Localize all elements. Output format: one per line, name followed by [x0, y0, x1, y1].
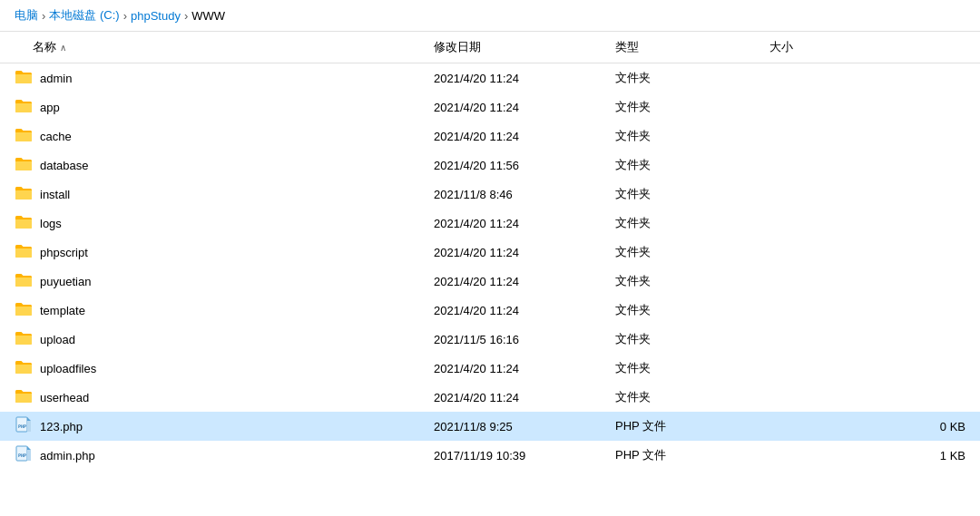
svg-text:PHP: PHP [18, 453, 26, 458]
file-date: 2021/4/20 11:24 [426, 246, 608, 259]
breadcrumb: 电脑 › 本地磁盘 (C:) › phpStudy › WWW [0, 0, 980, 32]
table-row[interactable]: phpscript 2021/4/20 11:24 文件夹 [0, 238, 980, 267]
table-row[interactable]: upload 2021/11/5 16:16 文件夹 [0, 325, 980, 354]
file-name: puyuetian [40, 275, 91, 288]
file-size: 1 KB [762, 449, 980, 462]
folder-icon [15, 69, 33, 88]
table-row[interactable]: PHP 123.php 2021/11/8 9:25 PHP 文件 0 KB [0, 412, 980, 441]
file-name: phpscript [40, 246, 88, 259]
file-date: 2021/4/20 11:24 [426, 72, 608, 85]
file-name: logs [40, 217, 62, 230]
folder-icon [15, 388, 33, 407]
file-name-cell: puyuetian [0, 272, 426, 291]
folder-icon [15, 185, 33, 204]
file-date: 2021/11/5 16:16 [426, 333, 608, 346]
file-name: uploadfiles [40, 362, 96, 375]
folder-icon [15, 156, 33, 175]
table-row[interactable]: puyuetian 2021/4/20 11:24 文件夹 [0, 267, 980, 296]
file-date: 2021/4/20 11:24 [426, 101, 608, 114]
folder-icon [15, 243, 33, 262]
file-date: 2021/4/20 11:24 [426, 217, 608, 230]
file-name-cell: phpscript [0, 243, 426, 262]
col-size-label: 大小 [769, 39, 793, 55]
breadcrumb-sep-2: › [184, 9, 188, 23]
file-type: 文件夹 [608, 99, 762, 115]
file-name: install [40, 188, 70, 201]
file-date: 2017/11/19 10:39 [426, 449, 608, 462]
file-name-cell: uploadfiles [0, 359, 426, 378]
sort-arrow: ∧ [60, 43, 66, 53]
breadcrumb-sep-1: › [123, 9, 127, 23]
file-name: admin [40, 72, 72, 85]
folder-icon [15, 98, 33, 117]
file-name: template [40, 304, 85, 317]
breadcrumb-pc[interactable]: 电脑 [15, 7, 38, 24]
file-date: 2021/11/8 8:46 [426, 188, 608, 201]
file-name-cell: upload [0, 330, 426, 349]
folder-icon [15, 214, 33, 233]
file-date: 2021/4/20 11:24 [426, 275, 608, 288]
table-row[interactable]: install 2021/11/8 8:46 文件夹 [0, 180, 980, 209]
table-row[interactable]: logs 2021/4/20 11:24 文件夹 [0, 209, 980, 238]
file-name-cell: logs [0, 214, 426, 233]
col-name-label: 名称 [33, 39, 56, 55]
file-list: admin 2021/4/20 11:24 文件夹 app 2021/4/20 … [0, 63, 980, 470]
file-type: 文件夹 [608, 186, 762, 202]
col-name[interactable]: 名称 ∧ [0, 35, 426, 59]
file-date: 2021/4/20 11:24 [426, 304, 608, 317]
column-headers: 名称 ∧ 修改日期 类型 大小 [0, 32, 980, 63]
file-date: 2021/4/20 11:56 [426, 159, 608, 172]
breadcrumb-sep-0: › [42, 9, 45, 23]
breadcrumb-www: WWW [191, 9, 225, 23]
col-date-label: 修改日期 [434, 39, 481, 55]
file-type: 文件夹 [608, 331, 762, 347]
file-type: 文件夹 [608, 302, 762, 318]
table-row[interactable]: cache 2021/4/20 11:24 文件夹 [0, 122, 980, 151]
breadcrumb-phpstudy[interactable]: phpStudy [131, 9, 181, 23]
file-type: 文件夹 [608, 215, 762, 231]
file-name: app [40, 101, 60, 114]
file-name: 123.php [40, 420, 83, 433]
breadcrumb-c[interactable]: 本地磁盘 (C:) [49, 7, 119, 24]
file-name-cell: cache [0, 127, 426, 146]
file-type: 文件夹 [608, 389, 762, 405]
file-name-cell: PHP admin.php [0, 445, 426, 466]
file-date: 2021/4/20 11:24 [426, 362, 608, 375]
folder-icon [15, 272, 33, 291]
col-type[interactable]: 类型 [608, 35, 762, 59]
folder-icon [15, 330, 33, 349]
table-row[interactable]: template 2021/4/20 11:24 文件夹 [0, 296, 980, 325]
file-name-cell: template [0, 301, 426, 320]
php-file-icon: PHP [15, 416, 33, 437]
col-size[interactable]: 大小 [762, 35, 980, 59]
folder-icon [15, 301, 33, 320]
col-type-label: 类型 [615, 39, 639, 55]
file-date: 2021/4/20 11:24 [426, 391, 608, 404]
file-type: PHP 文件 [608, 418, 762, 434]
file-name-cell: userhead [0, 388, 426, 407]
file-type: 文件夹 [608, 157, 762, 173]
file-type: 文件夹 [608, 70, 762, 86]
file-size: 0 KB [762, 420, 980, 433]
table-row[interactable]: uploadfiles 2021/4/20 11:24 文件夹 [0, 354, 980, 383]
file-name: upload [40, 333, 75, 346]
table-row[interactable]: admin 2021/4/20 11:24 文件夹 [0, 63, 980, 92]
file-date: 2021/11/8 9:25 [426, 420, 608, 433]
file-type: 文件夹 [608, 273, 762, 289]
table-row[interactable]: userhead 2021/4/20 11:24 文件夹 [0, 383, 980, 412]
file-date: 2021/4/20 11:24 [426, 130, 608, 143]
file-type: 文件夹 [608, 360, 762, 376]
file-name: database [40, 159, 89, 172]
folder-icon [15, 359, 33, 378]
file-type: PHP 文件 [608, 447, 762, 463]
svg-rect-4 [27, 450, 31, 461]
table-row[interactable]: database 2021/4/20 11:56 文件夹 [0, 151, 980, 180]
file-type: 文件夹 [608, 244, 762, 260]
svg-text:PHP: PHP [18, 424, 26, 429]
svg-rect-1 [27, 421, 31, 432]
table-row[interactable]: PHP admin.php 2017/11/19 10:39 PHP 文件 1 … [0, 441, 980, 470]
col-date[interactable]: 修改日期 [426, 35, 608, 59]
file-name: userhead [40, 391, 89, 404]
file-type: 文件夹 [608, 128, 762, 144]
table-row[interactable]: app 2021/4/20 11:24 文件夹 [0, 92, 980, 122]
